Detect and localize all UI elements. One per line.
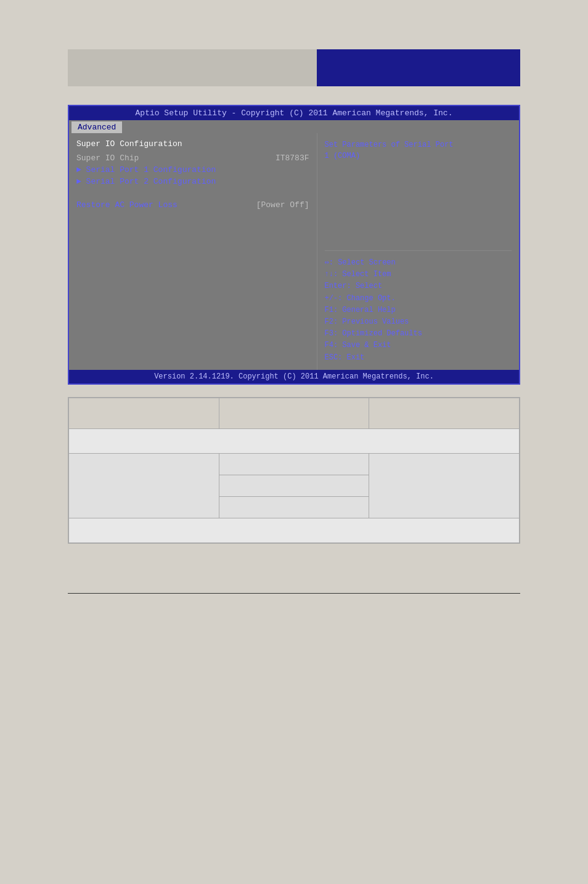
bios-footer: Version 2.14.1219. Copyright (C) 2011 Am… (69, 370, 519, 383)
banner-right (317, 49, 520, 86)
hotkey-f1: F1: General Help (325, 305, 512, 316)
bios-tabs: Advanced (69, 120, 519, 133)
info-table-container (68, 397, 520, 544)
info-table (68, 398, 520, 543)
table-data-cell-mid-3 (219, 496, 369, 518)
table-data-cell-left (69, 453, 219, 518)
bios-header-text: Aptio Setup Utility - Copyright (C) 2011… (136, 108, 453, 118)
bios-right-separator (325, 250, 512, 251)
table-header-col3 (369, 398, 520, 428)
table-footer-cell (69, 518, 520, 542)
table-data-row-1 (69, 453, 520, 475)
banner-left (68, 49, 317, 86)
bios-left-panel: Super IO Configuration Super IO Chip IT8… (69, 133, 317, 370)
hotkey-change-opt: +/-: Change Opt. (325, 293, 512, 305)
table-data-cell-mid-1 (219, 453, 369, 475)
hotkey-f3: F3: Optimized Defaults (325, 328, 512, 340)
table-header-col1 (69, 398, 219, 428)
bios-screen: Aptio Setup Utility - Copyright (C) 2011… (68, 105, 520, 385)
bottom-line (68, 593, 520, 594)
bios-header: Aptio Setup Utility - Copyright (C) 2011… (69, 106, 519, 120)
bottom-area (68, 593, 520, 655)
table-full-cell-1 (69, 428, 520, 453)
restore-ac-value: [Power Off] (256, 200, 309, 210)
super-io-chip-value: IT8783F (276, 153, 309, 163)
hotkey-select-screen: ⇔: Select Screen (325, 257, 512, 269)
super-io-chip-label: Super IO Chip (76, 153, 139, 163)
table-full-row-1 (69, 428, 520, 453)
bios-item-super-io-chip: Super IO Chip IT8783F (76, 153, 309, 163)
table-data-cell-mid-2 (219, 475, 369, 496)
bios-footer-text: Version 2.14.1219. Copyright (C) 2011 Am… (154, 372, 434, 381)
table-header-row (69, 398, 520, 428)
bios-main: Super IO Configuration Super IO Chip IT8… (69, 133, 519, 370)
bios-right-panel: Set Parameters of Serial Port1 (COMA) ⇔:… (317, 133, 520, 370)
bios-item-restore-ac[interactable]: Restore AC Power Loss [Power Off] (76, 200, 309, 210)
hotkey-esc: ESC: Exit (325, 352, 512, 364)
table-data-cell-right (369, 453, 520, 518)
bios-tab-advanced[interactable]: Advanced (71, 121, 122, 133)
table-footer-row (69, 518, 520, 542)
table-header-col2 (219, 398, 369, 428)
hotkey-f4: F4: Save & Exit (325, 340, 512, 351)
hotkey-select-item: ↑↓: Select Item (325, 269, 512, 280)
bios-section-title: Super IO Configuration (76, 139, 309, 149)
hotkey-enter: Enter: Select (325, 280, 512, 292)
bios-item-serial-port2[interactable]: ► Serial Port 2 Configuration (76, 177, 309, 186)
top-banner (68, 37, 520, 86)
bios-item-serial-port1[interactable]: ► Serial Port 1 Configuration (76, 165, 309, 174)
hotkey-f2: F2: Previous Values (325, 316, 512, 328)
bios-help-text: Set Parameters of Serial Port1 (COMA) (325, 139, 512, 162)
restore-ac-label: Restore AC Power Loss (76, 200, 178, 210)
bios-hotkeys: ⇔: Select Screen ↑↓: Select Item Enter: … (325, 257, 512, 364)
